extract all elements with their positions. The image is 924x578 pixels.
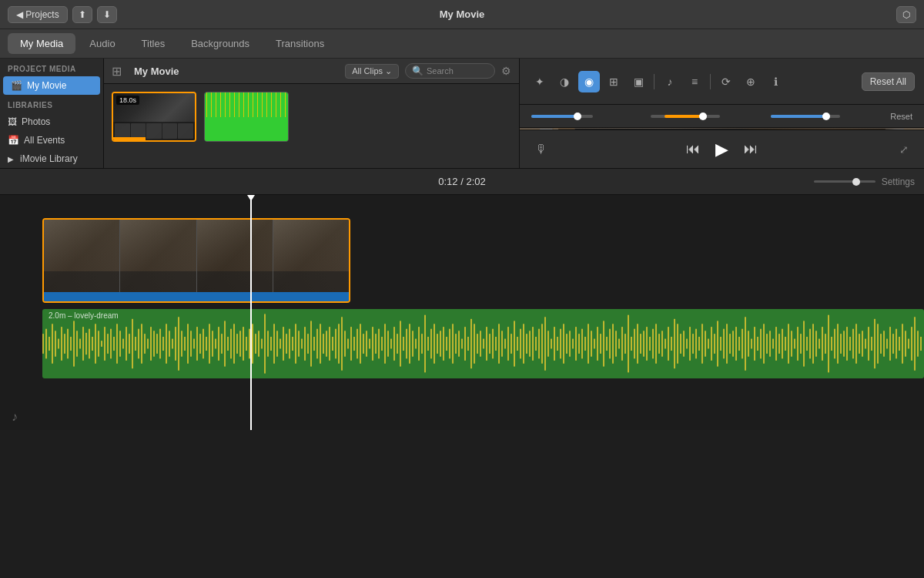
projects-button[interactable]: ◀ Projects	[8, 6, 68, 23]
tab-my-media[interactable]: My Media	[8, 33, 75, 54]
svg-rect-253	[819, 339, 820, 349]
svg-rect-8	[64, 334, 65, 354]
slider-thumb-1[interactable]	[574, 113, 581, 120]
play-button[interactable]: ▶	[715, 139, 728, 160]
svg-rect-15	[85, 333, 87, 355]
svg-rect-218	[711, 327, 712, 361]
reset-button[interactable]: Reset	[890, 112, 912, 121]
svg-rect-199	[652, 329, 654, 359]
title-bar-left-controls: ◀ Projects ⬆ ⬇	[8, 6, 117, 23]
svg-rect-16	[89, 329, 90, 359]
clip-green[interactable]	[204, 92, 289, 142]
search-box[interactable]: 🔍	[405, 63, 495, 79]
inspector-separator-2	[710, 74, 711, 89]
svg-rect-285	[917, 331, 919, 356]
zoom-slider[interactable]	[814, 180, 875, 183]
all-clips-dropdown[interactable]: All Clips ⌄	[345, 64, 399, 79]
svg-rect-29	[129, 334, 130, 354]
tab-audio[interactable]: Audio	[77, 33, 127, 54]
media-toolbar: ⊞ My Movie All Clips ⌄ 🔍 ⚙	[104, 59, 519, 84]
timeline-clip[interactable]	[42, 218, 350, 303]
svg-rect-30	[132, 319, 133, 368]
timeline-section: 0:12 / 2:02 Settings	[0, 168, 924, 430]
audio-track[interactable]: 2.0m – lovely-dream	[42, 309, 924, 378]
camera-stabilize-button[interactable]: ▣	[628, 71, 649, 92]
dropdown-arrow-icon: ⌄	[385, 66, 392, 76]
media-browser: ⊞ My Movie All Clips ⌄ 🔍 ⚙	[104, 59, 520, 168]
slider-thumb-3[interactable]	[822, 113, 830, 120]
project-my-movie[interactable]: 🎬 My Movie	[3, 76, 100, 95]
svg-rect-137	[461, 339, 463, 349]
svg-rect-274	[883, 331, 885, 356]
svg-rect-32	[138, 329, 139, 359]
sidebar-toggle-icon[interactable]: ⊞	[112, 64, 122, 79]
svg-rect-74	[267, 331, 269, 356]
svg-rect-85	[301, 339, 303, 349]
slider-track-2[interactable]	[651, 115, 720, 118]
redo-button[interactable]: ⬇	[97, 6, 117, 23]
undo-button[interactable]: ⬆	[72, 6, 92, 23]
preview-controls: 🎙 ⏮ ▶ ⏭ ⤢	[520, 129, 924, 168]
svg-rect-123	[418, 327, 420, 361]
overlay-button[interactable]: ⊕	[740, 71, 762, 92]
svg-rect-28	[126, 327, 127, 361]
svg-rect-67	[246, 337, 247, 351]
svg-rect-42	[169, 331, 170, 356]
search-input[interactable]	[427, 66, 488, 76]
zoom-thumb[interactable]	[852, 178, 860, 186]
svg-rect-206	[674, 319, 675, 368]
crop-button[interactable]: ⊞	[603, 71, 624, 92]
timeline-clip-inner	[44, 220, 349, 293]
color-correction-button[interactable]: ◉	[578, 71, 600, 92]
mic-button[interactable]: 🎙	[535, 143, 547, 156]
speed-button[interactable]: ⟳	[715, 71, 737, 92]
svg-rect-200	[655, 324, 657, 363]
svg-rect-113	[387, 331, 389, 356]
tab-titles[interactable]: Titles	[129, 33, 178, 54]
settings-gear-icon[interactable]: ⚙	[501, 65, 511, 77]
skip-forward-button[interactable]: ⏭	[744, 141, 758, 157]
svg-rect-261	[843, 331, 845, 356]
svg-rect-286	[920, 337, 922, 351]
share-button[interactable]: ⬡	[896, 6, 916, 23]
svg-rect-100	[347, 339, 349, 349]
library-all-events[interactable]: 📅 All Events	[0, 131, 103, 150]
svg-rect-19	[98, 331, 99, 356]
slider-track-3[interactable]	[771, 115, 840, 118]
svg-rect-162	[538, 329, 540, 359]
volume-button[interactable]: ♪	[659, 71, 681, 92]
settings-label[interactable]: Settings	[882, 176, 915, 187]
equalizer-button[interactable]: ≡	[684, 71, 705, 92]
svg-rect-134	[452, 324, 454, 363]
playhead-triangle	[247, 195, 255, 201]
skip-back-button[interactable]: ⏮	[686, 141, 700, 157]
svg-rect-259	[837, 324, 839, 363]
slider-thumb-2[interactable]	[699, 113, 707, 120]
clip-laptop[interactable]: 18.0s	[112, 92, 196, 142]
reset-all-button[interactable]: Reset All	[862, 72, 915, 91]
color-balance-button[interactable]: ◑	[554, 71, 575, 92]
svg-rect-237	[769, 331, 771, 356]
tab-backgrounds[interactable]: Backgrounds	[179, 33, 262, 54]
timeline-content[interactable]: 2.0m – lovely-dream ♪	[0, 195, 924, 430]
svg-rect-155	[517, 337, 518, 351]
svg-rect-59	[221, 334, 223, 354]
svg-rect-40	[162, 337, 164, 351]
svg-rect-71	[258, 331, 259, 356]
library-photos[interactable]: 🖼 Photos	[0, 113, 103, 131]
info-button[interactable]: ℹ	[765, 71, 786, 92]
svg-rect-207	[677, 324, 678, 363]
magic-wand-button[interactable]: ✦	[529, 71, 551, 92]
svg-rect-88	[310, 321, 312, 366]
svg-rect-114	[390, 339, 392, 349]
svg-rect-164	[544, 317, 546, 370]
fullscreen-button[interactable]: ⤢	[899, 143, 909, 156]
library-imovie[interactable]: ▶ iMovie Library	[0, 150, 103, 168]
svg-rect-116	[397, 334, 398, 354]
slider-track-1[interactable]	[531, 115, 593, 118]
tab-transitions[interactable]: Transitions	[263, 33, 336, 54]
svg-rect-182	[600, 334, 601, 354]
svg-rect-92	[323, 334, 324, 354]
svg-rect-251	[812, 324, 814, 363]
svg-rect-210	[686, 339, 688, 349]
